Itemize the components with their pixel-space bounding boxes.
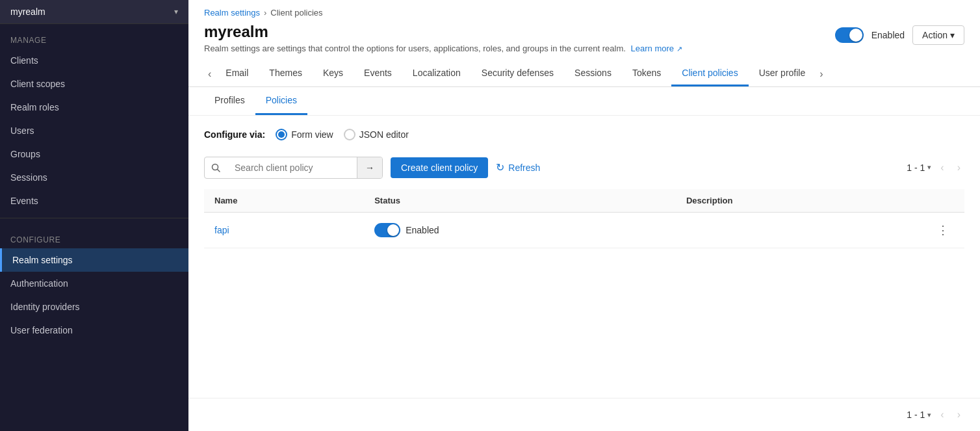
tab-user-profile[interactable]: User profile [749,61,816,86]
policy-name-link[interactable]: fapi [214,225,229,235]
tab-keys[interactable]: Keys [313,61,354,86]
per-page-select[interactable]: 1 - 1 ▾ [907,163,931,173]
sidebar: myrealm ▾ Manage Clients Client scopes R… [0,0,188,431]
svg-line-1 [218,169,220,172]
sidebar-item-sessions[interactable]: Sessions [0,166,188,189]
toolbar: → Create client policy ↻ Refresh 1 - 1 ▾… [204,156,964,179]
sidebar-item-groups[interactable]: Groups [0,142,188,166]
bottom-per-page-chevron-icon: ▾ [927,411,931,419]
manage-section-label: Manage [0,24,188,49]
tab-nav-prev-button[interactable]: ‹ [204,62,215,86]
tab-security-defenses[interactable]: Security defenses [471,61,564,86]
table-header: Name Status Description [204,189,964,213]
sub-tab-policies[interactable]: Policies [255,87,307,115]
sidebar-item-events[interactable]: Events [0,189,188,213]
policy-kebab-menu-button[interactable]: ⋮ [932,220,954,240]
realm-name: myrealm [10,7,45,17]
enabled-label: Enabled [871,30,905,40]
configure-via: Configure via: Form view JSON editor [204,129,964,140]
policy-actions-cell: ⋮ [922,213,964,248]
refresh-icon: ↻ [496,161,504,174]
search-client-policy-input[interactable] [227,157,357,178]
tab-themes[interactable]: Themes [259,61,313,86]
tab-nav-next-button[interactable]: › [816,62,827,86]
realm-selector[interactable]: myrealm ▾ [0,0,188,24]
policy-status-cell: Enabled [364,213,676,248]
form-view-radio-circle [276,129,287,140]
sub-tab-profiles[interactable]: Profiles [204,87,255,115]
bottom-next-page-button[interactable]: › [953,406,964,423]
search-icon [205,158,227,177]
bottom-pagination: 1 - 1 ▾ ‹ › [188,398,980,431]
search-submit-button[interactable]: → [357,157,382,178]
table-body: fapi Enabled ⋮ [204,213,964,248]
refresh-button[interactable]: ↻ Refresh [496,156,540,179]
next-page-button[interactable]: › [953,159,964,176]
page-title: myrealm [204,23,835,41]
prev-page-button[interactable]: ‹ [936,159,948,176]
content-area: Configure via: Form view JSON editor [188,116,980,398]
sidebar-item-realm-roles[interactable]: Realm roles [0,96,188,119]
action-chevron-icon: ▾ [950,30,955,40]
sidebar-item-authentication[interactable]: Authentication [0,272,188,295]
action-button[interactable]: Action ▾ [912,25,964,45]
policy-name-cell: fapi [204,213,364,248]
tab-sessions[interactable]: Sessions [564,61,622,86]
json-editor-radio-circle [344,129,355,140]
policy-status-label: Enabled [406,225,439,235]
sidebar-item-users[interactable]: Users [0,119,188,142]
table-row: fapi Enabled ⋮ [204,213,964,248]
breadcrumb-current: Client policies [270,8,322,18]
configure-via-label: Configure via: [204,129,265,140]
col-description: Description [676,189,922,213]
breadcrumb-parent[interactable]: Realm settings [204,8,260,18]
tab-client-policies[interactable]: Client policies [671,61,748,86]
page-subtitle: Realm settings are settings that control… [204,44,835,53]
pagination-top: 1 - 1 ▾ ‹ › [907,159,964,176]
realm-selector-chevron-icon: ▾ [174,7,178,16]
client-policies-table: Name Status Description fapi Enabled [204,189,964,248]
page-header-left: myrealm Realm settings are settings that… [204,23,835,53]
configure-section-label: Configure [0,224,188,248]
breadcrumb-separator: › [264,8,266,18]
form-view-radio[interactable]: Form view [276,129,333,140]
sidebar-item-realm-settings[interactable]: Realm settings [0,248,188,272]
bottom-per-page-select[interactable]: 1 - 1 ▾ [907,410,931,420]
sidebar-item-identity-providers[interactable]: Identity providers [0,295,188,319]
page-header: myrealm Realm settings are settings that… [188,18,980,53]
tab-localization[interactable]: Localization [402,61,471,86]
page-header-right: Enabled Action ▾ [835,25,964,45]
sub-tabs: Profiles Policies [188,87,980,116]
learn-more-link[interactable]: Learn more ↗ [631,44,682,53]
sidebar-item-clients[interactable]: Clients [0,49,188,72]
bottom-prev-page-button[interactable]: ‹ [936,406,948,423]
search-box: → [204,157,383,179]
tab-email[interactable]: Email [215,61,259,86]
sidebar-item-user-federation[interactable]: User federation [0,319,188,342]
sidebar-item-client-scopes[interactable]: Client scopes [0,72,188,96]
policy-description-cell [676,213,922,248]
col-name: Name [204,189,364,213]
json-editor-radio[interactable]: JSON editor [344,129,409,140]
tab-tokens[interactable]: Tokens [622,61,671,86]
external-link-icon: ↗ [677,45,682,53]
tab-events[interactable]: Events [354,61,402,86]
per-page-chevron-icon: ▾ [927,163,931,172]
breadcrumb: Realm settings › Client policies [188,0,980,18]
sidebar-divider [0,218,188,218]
col-status: Status [364,189,676,213]
realm-enabled-toggle[interactable] [835,27,864,43]
tabs-container: ‹ Email Themes Keys Events Localization … [188,61,980,87]
policy-status-toggle[interactable] [374,223,400,237]
main-content: Realm settings › Client policies myrealm… [188,0,980,431]
col-actions [922,189,964,213]
create-client-policy-button[interactable]: Create client policy [391,157,488,178]
